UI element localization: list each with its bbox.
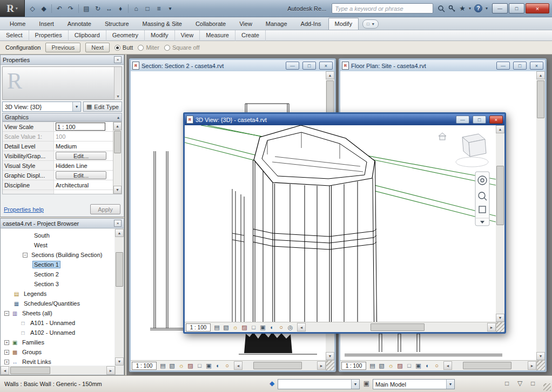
tab-annotate[interactable]: Annotate — [61, 18, 98, 30]
collapse-section-icon[interactable]: ▴ — [117, 115, 119, 120]
favorites-star-icon[interactable]: ★ — [459, 4, 466, 12]
scroll-up-icon[interactable]: ▲ — [496, 125, 504, 133]
collapse-node-icon[interactable]: − — [4, 311, 9, 316]
reveal-hidden-icon[interactable]: ○ — [223, 361, 232, 370]
tree-item-legends[interactable]: ▤ Legends — [1, 289, 115, 299]
home-icon[interactable] — [439, 133, 446, 140]
tab-massing-site[interactable]: Massing & Site — [136, 18, 189, 30]
tree-item-west[interactable]: West — [1, 240, 115, 250]
show-crop-icon[interactable]: ▣ — [204, 361, 213, 370]
scroll-up-icon[interactable]: ▲ — [536, 71, 545, 79]
previous-button[interactable]: Previous — [45, 43, 80, 52]
resize-grip[interactable] — [496, 322, 504, 332]
tree-item-revit-links[interactable]: + ↔ Revit Links — [1, 357, 115, 366]
tab-home[interactable]: Home — [3, 18, 32, 30]
scrollbar-thumb[interactable] — [253, 362, 302, 369]
show-crop-icon[interactable]: ▣ — [258, 323, 267, 332]
open-icon[interactable]: ◇ — [27, 3, 38, 14]
view-scale-button[interactable]: 1 : 100 — [132, 362, 157, 370]
tree-item-schedules[interactable]: ▦ Schedules/Quantities — [1, 299, 115, 308]
panel-geometry[interactable]: Geometry — [106, 30, 145, 41]
view-scale-button[interactable]: 1 : 100 — [341, 362, 366, 370]
minimize-button[interactable]: — — [286, 62, 299, 70]
tab-add-ins[interactable]: Add-Ins — [294, 18, 328, 30]
floor-plan-titlebar[interactable]: R Floor Plan: Site - caseta4.rvt — □ × — [340, 60, 545, 71]
three-d-window-titlebar[interactable]: R 3D View: {3D} - caseta4.rvt — □ × — [185, 114, 504, 125]
shadows-icon[interactable]: ▨ — [240, 323, 249, 332]
tag-icon[interactable]: ♦ — [115, 3, 126, 14]
temporary-hide-icon[interactable]: ◐ — [423, 361, 432, 370]
floor-plan-horizontal-scrollbar[interactable]: ◄ ► — [443, 361, 536, 370]
browser-vertical-scrollbar[interactable]: ▲ ▼ — [115, 229, 124, 366]
scrollbar-thumb[interactable] — [463, 362, 511, 369]
resize-grip[interactable] — [536, 360, 545, 370]
resize-grip[interactable] — [326, 360, 334, 370]
scroll-up-icon[interactable]: ▲ — [113, 122, 122, 130]
active-workset-select[interactable]: ▼ — [278, 379, 360, 389]
reveal-hidden-icon[interactable]: ○ — [432, 361, 441, 370]
section-icon[interactable]: □ — [142, 3, 153, 14]
properties-help-link[interactable]: Properties help — [4, 206, 44, 213]
print-icon[interactable]: ▤ — [81, 3, 92, 14]
tab-manage[interactable]: Manage — [259, 18, 294, 30]
graphics-section-header[interactable]: Graphics ▴ — [2, 113, 122, 121]
visibility-edit-button[interactable]: Edit... — [56, 152, 106, 160]
miter-radio-group[interactable]: Miter — [138, 44, 159, 51]
tab-structure[interactable]: Structure — [98, 18, 136, 30]
visual-style-icon[interactable]: ▧ — [221, 323, 231, 332]
project-browser-header[interactable]: caseta4.rvt - Project Browser × — [1, 219, 124, 228]
maxim ize-button[interactable]: □ — [473, 116, 486, 124]
panel-create[interactable]: Create — [235, 30, 266, 41]
filter-icon[interactable]: ▽ — [515, 380, 524, 387]
scroll-down-icon[interactable]: ▼ — [113, 186, 122, 194]
tree-item-groups[interactable]: + ▩ Groups — [1, 347, 115, 357]
scroll-left-icon[interactable]: ◄ — [443, 361, 452, 370]
next-button[interactable]: Next — [85, 43, 110, 52]
preview-scroll-strip[interactable]: ▼ — [114, 67, 122, 99]
close-button[interactable]: × — [530, 62, 543, 70]
close-button[interactable]: × — [319, 62, 333, 70]
scroll-left-icon[interactable]: ◄ — [234, 361, 243, 370]
browser-horizontal-scrollbar[interactable]: ◄ ► — [1, 366, 115, 375]
help-dropdown-icon[interactable]: ▾ — [486, 6, 488, 11]
scroll-right-icon[interactable]: ► — [106, 366, 115, 375]
worksets-icon[interactable]: ◆ — [267, 380, 277, 387]
scrollbar-thumb[interactable] — [116, 252, 123, 287]
collapse-node-icon[interactable]: − — [23, 253, 28, 258]
maximize-button[interactable]: □ — [302, 62, 316, 70]
detail-level-value[interactable]: Medium — [54, 143, 113, 150]
show-crop-icon[interactable]: ▣ — [414, 361, 423, 370]
default-3d-view-icon[interactable]: ⌂ — [131, 3, 142, 14]
temporary-hide-icon[interactable]: ◐ — [213, 361, 223, 370]
properties-palette-header[interactable]: Properties × — [1, 55, 124, 65]
application-menu-button[interactable]: R ▾ — [0, 0, 25, 17]
scrollbar-thumb[interactable] — [10, 367, 50, 374]
maximize-button[interactable]: □ — [509, 3, 524, 13]
view-scale-button[interactable]: 1 : 100 — [186, 323, 211, 332]
floor-plan-vertical-scrollbar[interactable]: ▲ ▼ — [536, 71, 545, 360]
search-input[interactable] — [332, 3, 433, 13]
crop-view-icon[interactable]: □ — [195, 361, 204, 370]
expand-node-icon[interactable]: + — [4, 350, 9, 355]
section-horizontal-scrollbar[interactable]: ◄ ► — [234, 361, 326, 370]
chevron-down-icon[interactable]: ▼ — [351, 380, 359, 389]
crop-view-icon[interactable]: □ — [249, 323, 258, 332]
scrollbar-thumb[interactable] — [371, 323, 425, 331]
title-bar[interactable]: R ▾ ◇ ◆ ↶ ↷ ▤ ↻ ↔ ♦ ⌂ □ ≡ ▾ Autodesk Re.… — [0, 0, 552, 17]
minimize-button[interactable]: — — [456, 116, 469, 124]
tree-item-a102[interactable]: □ A102 - Unnamed — [1, 328, 115, 337]
discipline-value[interactable]: Architectural — [54, 182, 113, 188]
viewcube[interactable] — [456, 134, 488, 167]
close-button[interactable]: × — [526, 3, 549, 13]
scroll-down-icon[interactable]: ▼ — [536, 352, 545, 360]
tab-modify[interactable]: Modify — [328, 18, 359, 30]
key-icon[interactable] — [448, 5, 456, 12]
redo-icon[interactable]: ↷ — [65, 3, 76, 14]
tree-item-section-1[interactable]: Section 1 — [1, 260, 115, 269]
tab-collaborate[interactable]: Collaborate — [189, 18, 232, 30]
panel-select[interactable]: Select — [0, 30, 29, 41]
tree-item-sheets[interactable]: − ▥ Sheets (all) — [1, 308, 115, 318]
apply-button[interactable]: Apply — [90, 204, 120, 214]
square-off-radio[interactable] — [164, 45, 170, 51]
three-d-vertical-scrollbar[interactable]: ▲ ▼ — [496, 125, 504, 322]
